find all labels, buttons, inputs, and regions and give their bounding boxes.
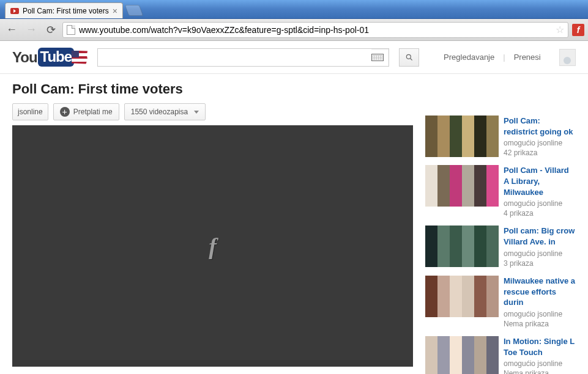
youtube-logo[interactable]: YouTube (12, 48, 87, 67)
tab-title: Poll Cam: First time voters (23, 7, 109, 15)
related-by: omogućio jsonline (504, 309, 576, 319)
channel-name-button[interactable]: jsonline (12, 103, 48, 120)
subscribe-button[interactable]: + Pretplati me (53, 103, 119, 120)
search-button[interactable] (399, 48, 419, 67)
related-info: Poll Cam - Villard A Library, Milwaukeeo… (504, 165, 576, 218)
related-title[interactable]: Poll Cam - Villard A Library, Milwaukee (504, 165, 576, 197)
browser-tab[interactable]: Poll Cam: First time voters × (5, 2, 123, 18)
related-views: Nema prikaza (504, 369, 576, 374)
subscribe-label: Pretplati me (73, 108, 113, 116)
related-views: 3 prikaza (504, 258, 576, 268)
related-info: Poll cam: Big crow Villard Ave. inomoguć… (504, 226, 576, 268)
related-item[interactable]: Poll Cam - Villard A Library, Milwaukeeo… (425, 165, 576, 218)
browse-link[interactable]: Pregledavanje (435, 53, 503, 62)
related-views: 4 prikaza (504, 208, 576, 218)
url-input[interactable] (79, 23, 552, 37)
keyboard-icon[interactable] (371, 54, 384, 61)
channel-name-label: jsonline (18, 108, 43, 116)
svg-line-1 (410, 58, 412, 60)
page-icon (67, 25, 75, 35)
main-column: Poll Cam: First time voters jsonline + P… (12, 81, 413, 374)
related-title[interactable]: Poll Cam: redistrict going ok (504, 116, 576, 137)
related-item[interactable]: Milwaukee native a rescue efforts durino… (425, 276, 576, 329)
related-thumbnail[interactable] (425, 226, 499, 267)
related-thumbnail[interactable] (425, 116, 499, 157)
window-chrome: Poll Cam: First time voters × (0, 0, 588, 19)
avatar[interactable] (559, 49, 576, 66)
video-title: Poll Cam: First time voters (12, 81, 413, 97)
related-sidebar: Poll Cam: redistrict going okomogućio js… (425, 81, 576, 374)
flash-logo-icon: f (209, 233, 217, 260)
new-tab-button[interactable] (125, 5, 144, 16)
related-item[interactable]: In Motion: Single L Toe Touchomogućio js… (425, 336, 576, 374)
video-count-label: 1550 videozapisa (131, 108, 188, 116)
related-title[interactable]: Poll cam: Big crow Villard Ave. in (504, 226, 576, 247)
related-title[interactable]: Milwaukee native a rescue efforts durin (504, 276, 576, 308)
related-thumbnail[interactable] (425, 165, 499, 207)
search-input[interactable] (98, 49, 371, 66)
flag-icon (72, 51, 87, 64)
bookmark-star-icon[interactable]: ☆ (556, 24, 564, 35)
related-by: omogućio jsonline (504, 249, 576, 258)
tab-close-icon[interactable]: × (113, 6, 117, 16)
video-count-button[interactable]: 1550 videozapisa (124, 103, 206, 120)
related-by: omogućio jsonline (504, 138, 576, 148)
related-title[interactable]: In Motion: Single L Toe Touch (504, 336, 576, 358)
channel-row: jsonline + Pretplati me 1550 videozapisa (12, 103, 413, 120)
search-icon (405, 53, 414, 62)
upload-link[interactable]: Prenesi (505, 53, 549, 62)
related-views: Nema prikaza (504, 319, 576, 329)
youtube-masthead: YouTube Pregledavanje | Prenesi (0, 41, 588, 74)
address-bar: ← → ⟳ ☆ f (0, 19, 588, 41)
content: Poll Cam: First time voters jsonline + P… (0, 74, 588, 374)
reload-button[interactable]: ⟳ (43, 22, 59, 38)
related-info: Milwaukee native a rescue efforts durino… (504, 276, 576, 329)
related-thumbnail[interactable] (425, 336, 499, 374)
forward-button[interactable]: → (23, 22, 39, 38)
video-player[interactable]: f (12, 125, 413, 367)
plus-icon: + (60, 107, 70, 117)
related-info: In Motion: Single L Toe Touchomogućio js… (504, 336, 576, 374)
back-button[interactable]: ← (4, 22, 20, 38)
chevron-down-icon (194, 111, 199, 114)
svg-point-0 (406, 54, 411, 59)
related-thumbnail[interactable] (425, 276, 499, 317)
masthead-nav: Pregledavanje | Prenesi (435, 53, 549, 62)
related-views: 42 prikaza (504, 148, 576, 158)
youtube-favicon (10, 8, 19, 14)
related-by: omogućio jsonline (504, 359, 576, 369)
related-item[interactable]: Poll Cam: redistrict going okomogućio js… (425, 116, 576, 158)
related-info: Poll Cam: redistrict going okomogućio js… (504, 116, 576, 158)
omnibox[interactable]: ☆ (62, 22, 568, 38)
flash-extension-icon[interactable]: f (572, 24, 584, 36)
related-item[interactable]: Poll cam: Big crow Villard Ave. inomoguć… (425, 226, 576, 268)
search-box (97, 48, 389, 67)
related-by: omogućio jsonline (504, 199, 576, 208)
